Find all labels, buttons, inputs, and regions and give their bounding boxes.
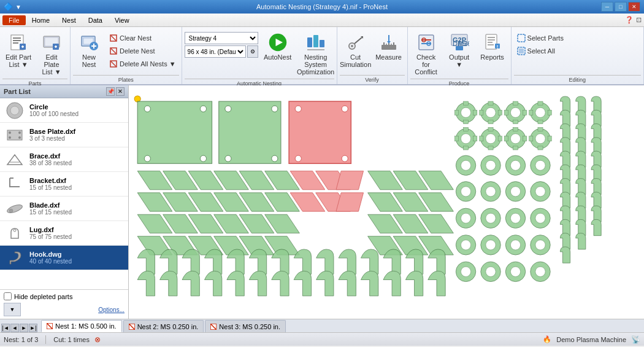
- part-item-circle[interactable]: Circle 100 of 100 nested: [0, 98, 128, 123]
- nest-tab-1[interactable]: Nest 1: MS 0.500 in.: [41, 320, 122, 332]
- cut-simulation-button[interactable]: CutSimulation: [340, 29, 372, 70]
- autonest-icon: [268, 33, 288, 52]
- svg-rect-26: [313, 35, 318, 47]
- nesting-optimization-button[interactable]: Nesting SystemOptimization: [297, 29, 334, 77]
- autonest-button[interactable]: AutoNest: [261, 29, 295, 70]
- new-nest-icon: [79, 33, 99, 52]
- part-item-lug[interactable]: Lug.dxf 75 of 75 nested: [0, 221, 128, 246]
- clear-nest-button[interactable]: Clear Nest: [106, 32, 179, 44]
- svg-rect-136: [538, 146, 543, 150]
- part-name-lug: Lug.dxf: [29, 226, 125, 233]
- panel-pin-button[interactable]: 📌: [106, 87, 115, 96]
- tab-next-button[interactable]: ►: [20, 324, 28, 332]
- delete-nest-button[interactable]: Delete Nest: [106, 45, 179, 57]
- svg-rect-41: [419, 35, 434, 50]
- svg-rect-135: [538, 128, 543, 131]
- ribbon-group-autonest: Strategy 4 Strategy 1 Strategy 2 Strateg…: [182, 27, 337, 84]
- rss-icon: 📡: [631, 335, 640, 344]
- close-button[interactable]: ✕: [628, 2, 640, 12]
- tab-first-button[interactable]: |◄: [1, 324, 10, 332]
- svg-rect-120: [473, 136, 477, 141]
- svg-rect-94: [463, 120, 468, 123]
- svg-rect-93: [463, 101, 468, 105]
- part-item-bracket[interactable]: Bracket.dxf 15 of 15 nested: [0, 172, 128, 197]
- edit-part-list-button[interactable]: Edit PartList ▼: [2, 29, 34, 70]
- dimension-select[interactable]: 96 x 48 in. (Defau: [185, 45, 246, 58]
- menu-nest[interactable]: Nest: [56, 15, 82, 25]
- svg-rect-111: [538, 101, 543, 105]
- panel-close-button[interactable]: ✕: [116, 87, 125, 96]
- minimize-button[interactable]: ─: [601, 2, 613, 12]
- maximize-button[interactable]: □: [615, 2, 627, 12]
- svg-point-66: [18, 131, 21, 134]
- select-parts-button[interactable]: Select Parts: [514, 32, 567, 44]
- editing-small-group: Select Parts Select All: [514, 29, 567, 57]
- svg-point-168: [510, 240, 520, 250]
- part-info-base-plate: Base Plate.dxf 3 of 3 nested: [29, 128, 125, 142]
- hide-depleted-checkbox[interactable]: [4, 292, 12, 300]
- svg-rect-108: [523, 110, 527, 115]
- edit-plate-list-icon: [42, 33, 61, 52]
- hide-depleted-checkbox-label[interactable]: Hide depleted parts: [4, 292, 125, 300]
- new-nest-button[interactable]: NewNest: [73, 29, 105, 70]
- part-item-hook[interactable]: Hook.dwg 40 of 40 nested: [0, 246, 128, 270]
- svg-point-80: [200, 155, 206, 162]
- part-item-blade[interactable]: Blade.dxf 15 of 15 nested: [0, 197, 128, 221]
- part-info-lug: Lug.dxf 75 of 75 nested: [29, 226, 125, 240]
- dim-row: 96 x 48 in. (Defau ⚙: [185, 45, 258, 58]
- panel-action-button[interactable]: ▼: [4, 303, 21, 316]
- nest-visualization[interactable]: [129, 85, 644, 319]
- svg-rect-138: [548, 136, 551, 141]
- measure-icon: [379, 33, 399, 52]
- output-button[interactable]: G2P DPS M36 Output ▼: [443, 29, 475, 70]
- svg-rect-114: [548, 110, 551, 115]
- app-icon: 🔷: [4, 2, 13, 11]
- dim-settings-button[interactable]: ⚙: [247, 45, 258, 58]
- svg-point-67: [9, 136, 11, 139]
- svg-point-82: [225, 106, 231, 112]
- part-name-hook: Hook.dwg: [29, 251, 125, 258]
- part-nested-lug: 75 of 75 nested: [29, 233, 125, 240]
- reports-button[interactable]: Reports: [477, 29, 508, 70]
- tab-bar: |◄ ◄ ► ►| Nest 1: MS 0.500 in. Nest 2: M…: [0, 319, 644, 332]
- menu-home[interactable]: Home: [26, 15, 56, 25]
- svg-point-72: [9, 209, 13, 212]
- menu-view[interactable]: View: [109, 15, 136, 25]
- svg-line-22: [111, 61, 116, 66]
- menu-data[interactable]: Data: [82, 15, 109, 25]
- measure-button[interactable]: Measure: [373, 29, 405, 70]
- strategy-select[interactable]: Strategy 4 Strategy 1 Strategy 2 Strateg…: [185, 32, 258, 44]
- reports-label: Reports: [480, 53, 504, 61]
- panel-footer: Hide depleted parts ▼ Options...: [0, 289, 128, 319]
- part-thumb-blade: [4, 199, 26, 219]
- part-item-brace[interactable]: Brace.dxf 38 of 38 nested: [0, 147, 128, 172]
- options-button[interactable]: Options...: [98, 306, 125, 313]
- title-bar: 🔷 ▼ Automatic Nesting (Strategy 4).nif -…: [0, 0, 644, 14]
- select-parts-label: Select Parts: [527, 34, 564, 42]
- tab-last-button[interactable]: ►|: [29, 324, 37, 332]
- svg-point-78: [200, 106, 206, 112]
- svg-point-79: [144, 155, 150, 162]
- delete-nest-label: Delete Nest: [120, 47, 155, 55]
- svg-rect-126: [498, 136, 502, 141]
- part-thumb-lug: [4, 224, 26, 243]
- tab-prev-button[interactable]: ◄: [10, 324, 19, 332]
- menu-file[interactable]: File: [2, 15, 26, 25]
- svg-rect-124: [488, 146, 493, 150]
- part-nested-blade: 15 of 15 nested: [29, 209, 125, 216]
- edit-plate-list-label: Edit PlateList ▼: [37, 53, 66, 76]
- plates-small-group: Clear Nest Delete Nest Delete All Nests …: [106, 29, 179, 70]
- nest-tab-2[interactable]: Nest 2: MS 0.250 in.: [123, 320, 204, 332]
- help-icon: ❓: [625, 16, 634, 24]
- nest-tab-3[interactable]: Nest 3: MS 0.250 in.: [205, 320, 286, 332]
- part-item-base-plate[interactable]: Base Plate.dxf 3 of 3 nested: [0, 123, 128, 147]
- delete-all-nests-button[interactable]: Delete All Nests ▼: [106, 58, 179, 70]
- nest-tab-2-indicator: [129, 324, 135, 330]
- svg-point-89: [295, 155, 301, 162]
- check-conflict-button[interactable]: Check forConflict: [410, 29, 442, 77]
- part-nested-circle: 100 of 100 nested: [29, 111, 125, 117]
- ribbon-group-produce: Check forConflict G2P DPS M36 Output ▼: [408, 27, 512, 84]
- nest-tab-3-indicator: [210, 324, 217, 330]
- select-all-button[interactable]: Select All: [514, 45, 567, 57]
- edit-plate-list-button[interactable]: Edit PlateList ▼: [36, 29, 67, 77]
